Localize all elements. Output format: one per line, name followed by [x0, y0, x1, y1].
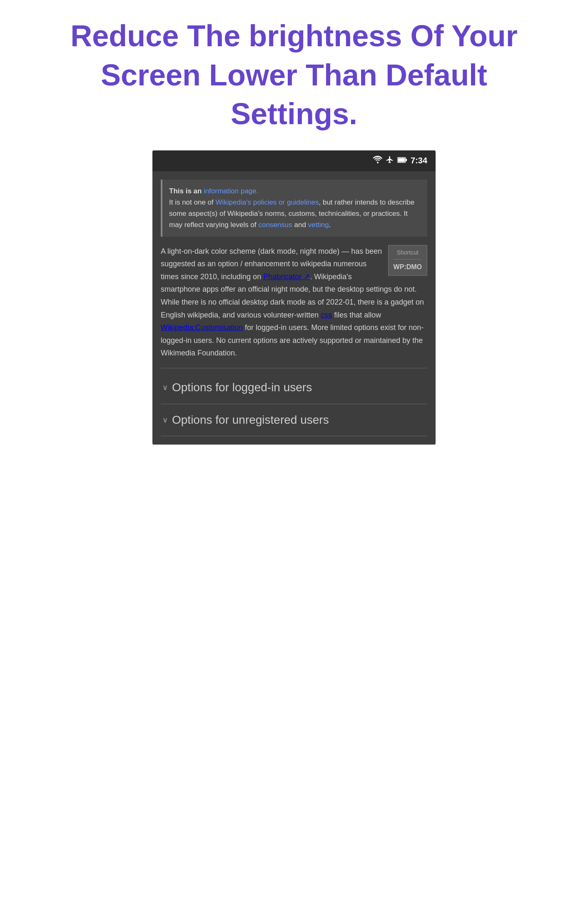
info-prefix: This is an — [169, 187, 204, 195]
information-page-link[interactable]: information page. — [204, 187, 258, 195]
svg-rect-2 — [398, 158, 405, 162]
info-body: It is not one of — [169, 198, 216, 206]
consensus-link[interactable]: consensus — [258, 221, 292, 229]
phabricator-link[interactable]: Phabricator ↗ — [263, 272, 310, 281]
status-icons: 7:34 — [373, 155, 427, 166]
chevron-down-icon-2: ∨ — [162, 414, 168, 426]
airplane-icon — [386, 155, 394, 166]
section-logged-in-title: Options for logged-in users — [172, 378, 312, 397]
page-title: Reduce The brightness Of Your Screen Low… — [0, 0, 588, 146]
chevron-down-icon-1: ∨ — [162, 382, 168, 394]
phone-frame: 7:34 This is an information page. It is … — [152, 150, 436, 445]
vetting-link[interactable]: vetting — [308, 221, 329, 229]
shortcut-label: Shortcut — [394, 248, 422, 260]
battery-icon — [397, 156, 407, 165]
section-unregistered-title: Options for unregistered users — [172, 411, 329, 430]
section-logged-in[interactable]: ∨ Options for logged-in users — [161, 372, 427, 404]
section-unregistered[interactable]: ∨ Options for unregistered users — [161, 404, 427, 437]
info-final: . — [329, 221, 331, 229]
divider-1 — [161, 368, 427, 368]
policies-link[interactable]: Wikipedia's policies or guidelines — [216, 198, 319, 206]
info-end: and — [292, 221, 308, 229]
wifi-icon — [373, 156, 382, 165]
shortcut-box: Shortcut WP:DMO — [388, 245, 427, 276]
status-time: 7:34 — [411, 156, 427, 165]
customisation-link[interactable]: Wikipedia:Customisation — [161, 323, 243, 332]
shortcut-value: WP:DMO — [394, 261, 422, 272]
main-paragraph: Shortcut WP:DMO A light-on-dark color sc… — [161, 245, 427, 360]
info-box: This is an information page. It is not o… — [161, 180, 427, 237]
status-bar: 7:34 — [152, 150, 436, 171]
main-text-3: files that allow — [332, 311, 381, 319]
svg-rect-1 — [406, 159, 407, 161]
content-area: This is an information page. It is not o… — [152, 171, 436, 445]
css-link[interactable]: css — [321, 311, 332, 319]
